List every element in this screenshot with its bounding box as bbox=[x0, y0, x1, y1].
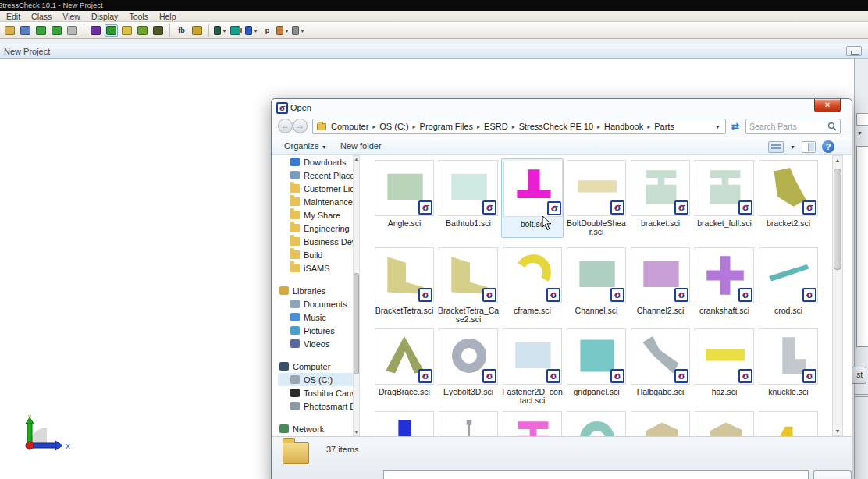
file-item[interactable]: σ✓knuckle.sci bbox=[757, 327, 820, 406]
open-button-fragment[interactable] bbox=[813, 470, 852, 479]
sidebar-item-maintenance-con[interactable]: Maintenance Con bbox=[278, 195, 358, 208]
file-item[interactable]: σ✓ bbox=[373, 410, 436, 436]
sidebar-item-toshiba-canvio-h[interactable]: Toshiba Canvio H bbox=[278, 386, 358, 399]
menu-tools[interactable]: Tools bbox=[129, 12, 148, 21]
sidebar-item-computer[interactable]: Computer bbox=[278, 360, 358, 373]
file-item[interactable]: σ✓Angle.sci bbox=[373, 158, 436, 238]
file-item[interactable]: σ✓ bbox=[501, 410, 564, 436]
open-file-icon[interactable] bbox=[3, 24, 16, 37]
sidebar-item-engineering[interactable]: Engineering bbox=[278, 222, 358, 235]
document-minimize-button[interactable] bbox=[846, 46, 862, 56]
file-item[interactable]: σ✓BracketTetra.sci bbox=[373, 246, 436, 325]
sidebar-item-documents[interactable]: Documents bbox=[278, 297, 358, 310]
preview-pane-button[interactable] bbox=[802, 141, 816, 153]
scrollbar-thumb[interactable] bbox=[354, 273, 359, 374]
file-item[interactable]: σ✓crod.sci bbox=[757, 246, 820, 325]
menu-help[interactable]: Help bbox=[159, 12, 176, 21]
file-item[interactable]: σ✓gridpanel.sci bbox=[565, 327, 628, 406]
panel-list-fragment[interactable] bbox=[856, 146, 868, 347]
file-item[interactable]: σ✓crankshaft.sci bbox=[693, 246, 756, 325]
sidebar-item-os-c-[interactable]: OS (C:) bbox=[278, 373, 358, 386]
view-folder-icon[interactable] bbox=[120, 24, 133, 37]
scrollbar-thumb[interactable] bbox=[834, 169, 841, 270]
breadcrumb-dropdown-icon[interactable]: ▼ bbox=[710, 124, 725, 130]
close-button[interactable]: × bbox=[814, 99, 841, 112]
export-model-icon[interactable] bbox=[50, 24, 63, 37]
file-item[interactable]: σ✓Halbgabe.sci bbox=[629, 327, 692, 406]
license-key-icon[interactable] bbox=[190, 24, 204, 37]
find-menu-icon[interactable]: ▼ bbox=[292, 24, 305, 37]
grid-scrollbar[interactable]: ▲ ▼ bbox=[832, 155, 843, 436]
menu-class[interactable]: Class bbox=[31, 12, 52, 21]
file-item[interactable]: σ✓bolt.sci bbox=[501, 158, 564, 238]
scroll-up-icon[interactable]: ▲ bbox=[833, 158, 842, 163]
breadcrumb-item[interactable]: Computer bbox=[329, 122, 370, 131]
file-item[interactable]: σ✓BracketTetra_Case2.sci bbox=[437, 246, 500, 325]
print-icon[interactable] bbox=[66, 24, 79, 37]
search-input[interactable] bbox=[749, 121, 824, 132]
breadcrumb-item[interactable]: Parts bbox=[653, 122, 676, 131]
file-item[interactable]: σ✓ bbox=[565, 410, 628, 436]
search-box[interactable] bbox=[745, 119, 841, 134]
file-item[interactable]: σ✓ bbox=[437, 410, 500, 436]
file-item[interactable]: σ✓ bbox=[693, 410, 756, 436]
breadcrumb-item[interactable]: Handbook bbox=[603, 122, 645, 131]
sidebar-item-music[interactable]: Music bbox=[278, 310, 358, 324]
file-item[interactable]: σ✓Bathtub1.sci bbox=[437, 158, 500, 238]
view-dropdown-icon[interactable]: ▼ bbox=[790, 144, 795, 150]
sidebar-item-downloads[interactable]: Downloads bbox=[278, 155, 358, 169]
scroll-up-icon[interactable]: ▲ bbox=[354, 157, 359, 161]
sidebar-item-my-share[interactable]: My Share bbox=[278, 208, 358, 222]
file-item[interactable]: σ✓ bbox=[629, 410, 692, 436]
file-item[interactable]: σ✓DragBrace.sci bbox=[373, 327, 436, 406]
view-dark-icon[interactable] bbox=[151, 24, 165, 37]
file-item[interactable]: σ✓Channel2.sci bbox=[629, 246, 692, 325]
menu-display[interactable]: Display bbox=[91, 12, 118, 21]
scroll-down-icon[interactable]: ▼ bbox=[354, 430, 359, 435]
forward-button[interactable]: → bbox=[293, 119, 308, 133]
menu-view[interactable]: View bbox=[62, 12, 80, 21]
select-menu-icon[interactable]: ▼ bbox=[245, 24, 258, 37]
sidebar-item-photosmart-d110[interactable]: Photosmart D110 bbox=[278, 399, 358, 413]
file-item[interactable]: σ✓cframe.sci bbox=[501, 246, 564, 325]
help-button[interactable]: ? bbox=[822, 140, 834, 153]
breadcrumb-item[interactable]: Program Files bbox=[418, 122, 475, 131]
handbook-icon[interactable]: fb bbox=[175, 24, 188, 37]
breadcrumb-item[interactable]: ESRD bbox=[482, 122, 510, 131]
view-mixed-icon[interactable] bbox=[136, 24, 149, 37]
file-item[interactable]: σ✓Channel.sci bbox=[565, 246, 628, 325]
sidebar-item-build[interactable]: Build bbox=[278, 248, 358, 261]
file-item[interactable]: σ✓bracket.sci bbox=[629, 158, 692, 238]
sidebar-item-business-develop[interactable]: Business Develop bbox=[278, 235, 358, 248]
sidebar-item-network[interactable]: Network bbox=[278, 422, 358, 435]
scroll-down-icon[interactable]: ▼ bbox=[833, 428, 842, 434]
sidebar-item-customer-license[interactable]: Customer License bbox=[278, 182, 358, 195]
nav-scrollbar[interactable]: ▲ ▼ bbox=[353, 155, 360, 436]
change-view-button[interactable] bbox=[768, 141, 784, 153]
sidebar-item-pictures[interactable]: Pictures bbox=[278, 324, 358, 337]
dialog-title-bar[interactable]: σ✓ Open × bbox=[272, 99, 852, 117]
view-green-icon[interactable] bbox=[105, 24, 118, 37]
menu-edit[interactable]: Edit bbox=[6, 12, 20, 21]
save-icon[interactable] bbox=[19, 24, 32, 37]
file-item[interactable]: σ✓Eyebolt3D.sci bbox=[437, 327, 500, 406]
breadcrumb-item[interactable]: OS (C:) bbox=[378, 122, 410, 131]
sidebar-item-recent-places[interactable]: Recent Places bbox=[278, 169, 358, 182]
file-item[interactable]: σ✓BoltDoubleShear.sci bbox=[565, 158, 628, 238]
new-folder-button[interactable]: New folder bbox=[340, 141, 382, 151]
mesh-menu-icon[interactable]: ▼ bbox=[214, 24, 227, 37]
organize-button[interactable]: Organize ▼ bbox=[284, 141, 327, 151]
sidebar-item-isams[interactable]: iSAMS bbox=[278, 261, 358, 275]
panel-dropdown-fragment[interactable]: ▼ bbox=[857, 130, 863, 136]
file-item[interactable]: σ✓ bbox=[757, 410, 820, 436]
point-icon[interactable]: p bbox=[261, 24, 274, 37]
sidebar-item-libraries[interactable]: Libraries bbox=[278, 284, 358, 297]
sidebar-item-videos[interactable]: Videos bbox=[278, 337, 358, 350]
file-item[interactable]: σ✓bracket2.sci bbox=[757, 158, 820, 238]
refresh-icon[interactable]: ⇄ bbox=[727, 119, 743, 134]
file-item[interactable]: σ✓Fastener2D_contact.sci bbox=[501, 327, 564, 406]
view-purple-icon[interactable] bbox=[89, 24, 102, 37]
import-model-icon[interactable] bbox=[34, 24, 48, 37]
breadcrumb-item[interactable]: StressCheck PE 10 bbox=[518, 122, 595, 131]
file-item[interactable]: σ✓bracket_full.sci bbox=[693, 158, 756, 238]
